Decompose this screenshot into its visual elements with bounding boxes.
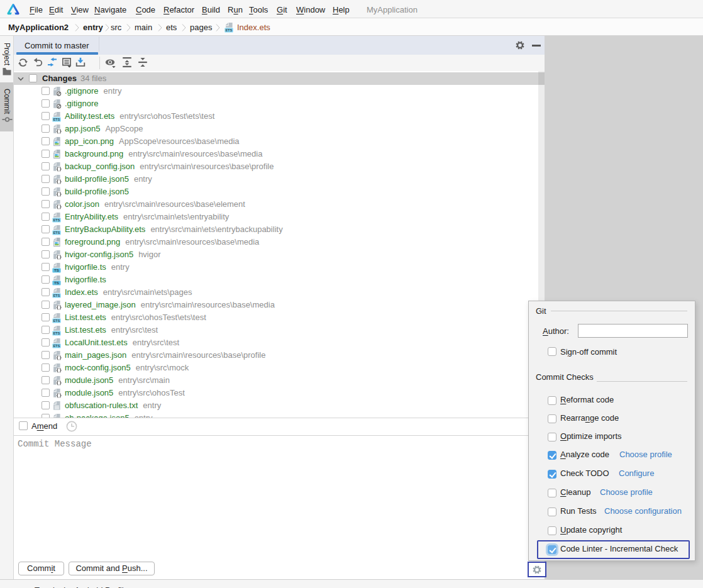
- svg-text:ETS: ETS: [53, 344, 60, 348]
- svg-text:ETS: ETS: [53, 118, 60, 121]
- svg-text:ETS: ETS: [53, 231, 60, 235]
- svg-text:ETS: ETS: [53, 218, 60, 222]
- svg-text:TS: TS: [54, 268, 59, 272]
- svg-text:ETS: ETS: [226, 28, 233, 32]
- svg-text:ETS: ETS: [53, 331, 60, 335]
- svg-text:ETS: ETS: [53, 294, 60, 297]
- svg-text:TS: TS: [54, 280, 59, 285]
- svg-text:ETS: ETS: [53, 319, 60, 323]
